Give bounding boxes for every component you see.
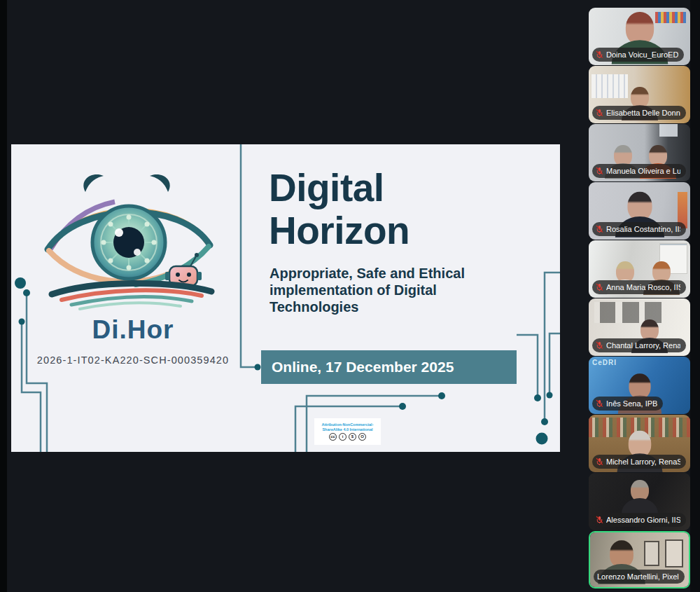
participant-label: Michel Larrory, RenaSup [592, 455, 686, 469]
participants-strip: Doina Voicu_EuroED Elisabetta Delle Donn… [589, 8, 690, 588]
license-icons: cc i $ O [329, 433, 366, 441]
attribution-icon: i [339, 433, 346, 441]
participant-label: Rosalia Costantino, IIS ... [592, 222, 686, 236]
muted-mic-icon [596, 516, 603, 524]
participant-tile[interactable]: CeDRI Inês Sena, IPB [589, 357, 690, 414]
muted-mic-icon [596, 225, 603, 233]
muted-mic-icon [596, 283, 603, 291]
muted-mic-icon [596, 109, 603, 117]
participant-tile[interactable]: Chantal Larrory, RenaSup [589, 298, 690, 356]
muted-mic-icon [596, 399, 603, 408]
participant-tile[interactable]: Alessandro Giorni, IIS G... [589, 473, 690, 530]
participant-label: Inês Sena, IPB [592, 397, 663, 411]
participant-tile[interactable]: Manuela Oliveira e Luis... [589, 124, 690, 181]
logo-wordmark: Di.Hor [11, 315, 255, 345]
participant-label: Alessandro Giorni, IIS G... [592, 513, 686, 527]
participant-tile[interactable]: Michel Larrory, RenaSup [589, 415, 690, 472]
noncommercial-icon: $ [349, 433, 356, 441]
muted-mic-icon [596, 167, 603, 175]
cedri-logo: CeDRI [592, 359, 617, 366]
sharealike-icon: O [358, 433, 366, 441]
participant-label: Chantal Larrory, RenaSup [592, 338, 686, 352]
date-banner: Online, 17 December 2025 [261, 350, 517, 384]
participant-label: Anna Maria Rosco, IIS ... [592, 280, 686, 294]
slide-content-panel: DigitalHorizon Appropriate, Safe and Eth… [241, 144, 560, 452]
cc-icon: cc [329, 433, 337, 441]
participant-label: Lorenzo Martellini, Pixel [594, 570, 685, 584]
participant-label: Elisabetta Delle Donne, ... [592, 106, 686, 120]
slide-subtitle: Appropriate, Safe and Ethical implementa… [270, 265, 493, 315]
muted-mic-icon [596, 457, 603, 466]
left-edge-strip [0, 0, 7, 592]
participant-tile-active-speaker[interactable]: Lorenzo Martellini, Pixel [589, 531, 690, 588]
dihor-eye-logo [31, 164, 234, 312]
shared-slide: Di.Hor 2026-1-IT02-KA220-SCH-000359420 D… [11, 144, 560, 452]
muted-mic-icon [596, 50, 603, 59]
participant-label: Manuela Oliveira e Luis... [592, 164, 686, 178]
slide-logo-panel: Di.Hor 2026-1-IT02-KA220-SCH-000359420 [11, 144, 241, 452]
creative-commons-badge: Attribution-NonCommercial-ShareAlike 4.0… [314, 418, 381, 445]
participant-tile[interactable]: Elisabetta Delle Donne, ... [589, 66, 690, 123]
slide-title: DigitalHorizon [269, 167, 410, 252]
project-code: 2026-1-IT02-KA220-SCH-000359420 [11, 354, 255, 366]
participant-tile[interactable]: Anna Maria Rosco, IIS ... [589, 240, 690, 298]
muted-mic-icon [596, 341, 603, 350]
license-text: Attribution-NonCommercial-ShareAlike 4.0… [322, 422, 374, 432]
right-edge-strip [690, 0, 700, 592]
meeting-screen: Di.Hor 2026-1-IT02-KA220-SCH-000359420 D… [0, 0, 700, 592]
participant-label: Doina Voicu_EuroED [592, 48, 684, 62]
participant-tile[interactable]: Doina Voicu_EuroED [589, 8, 690, 65]
participant-tile[interactable]: Rosalia Costantino, IIS ... [589, 182, 690, 240]
